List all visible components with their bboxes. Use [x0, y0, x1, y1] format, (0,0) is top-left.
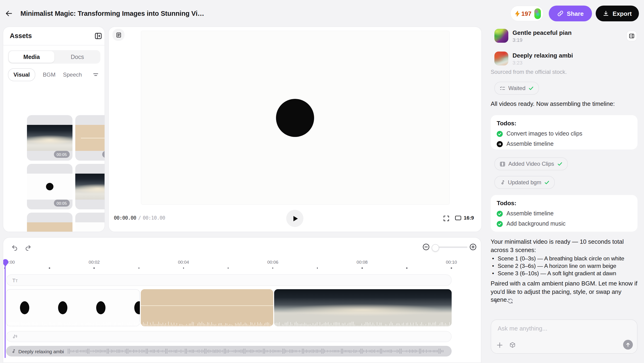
aspect-ratio-label: 16:9 [464, 215, 474, 221]
todos-heading: Todos: [497, 200, 632, 207]
asset-thumbnail[interactable]: 00:05 [27, 164, 72, 209]
play-button[interactable] [286, 210, 304, 227]
music-track-item[interactable]: Deeply relaxing ambi 3:23 [491, 48, 638, 69]
asset-thumbnail[interactable] [75, 164, 105, 209]
chip-label: Updated bgm [508, 179, 541, 186]
credits-count: 197 [521, 10, 531, 17]
regenerate-icon[interactable] [508, 298, 514, 304]
assistant-status-text: All videos ready. Now assembling the tim… [491, 100, 615, 107]
arrow-circle-icon [497, 141, 503, 147]
thumbnail-black-circle [27, 174, 72, 200]
chat-input-box[interactable] [491, 319, 638, 354]
check-circle-icon [497, 211, 503, 217]
speech-track[interactable] [6, 331, 452, 342]
thumbnail-black-circle [75, 222, 105, 232]
send-button[interactable] [623, 340, 633, 350]
audio-clip[interactable]: Deeply relaxing ambi [6, 346, 452, 357]
chat-input-field[interactable] [497, 324, 629, 340]
track-duration: 3:23 [512, 60, 573, 65]
filter-speech[interactable]: Speech [63, 71, 82, 78]
todo-label: Assemble timeline [506, 210, 554, 217]
quick-action-bolt-icon[interactable] [494, 298, 498, 304]
asset-thumbnail[interactable] [75, 213, 105, 232]
script-notes-icon[interactable] [112, 29, 124, 41]
todo-item: Convert images to video clips [497, 130, 632, 137]
updated-bgm-chip[interactable]: Updated bgm [494, 176, 555, 189]
filter-visual[interactable]: Visual [8, 68, 35, 81]
model-cube-icon[interactable] [509, 342, 516, 348]
timeline-clip-horizon[interactable] [274, 289, 452, 326]
todo-item: Add background music [497, 221, 632, 227]
ruler-label: 00:02 [89, 260, 100, 265]
zoom-slider-thumb[interactable] [432, 244, 439, 251]
asset-thumbnail[interactable]: 00:05 [75, 115, 105, 161]
thumbnail-horizon-dawn [27, 125, 72, 151]
undo-icon[interactable] [11, 244, 18, 251]
zoom-out-icon[interactable] [422, 243, 430, 251]
clip-frame-circle [134, 301, 140, 314]
clip-frame-circle [96, 301, 105, 314]
waited-status-chip[interactable]: Waited [494, 82, 539, 95]
added-video-clips-chip[interactable]: Added Video Clips [494, 157, 568, 170]
black-circle-graphic [276, 99, 314, 137]
check-circle-icon [497, 131, 503, 137]
asset-thumbnail[interactable]: 00:05 [27, 115, 72, 161]
assets-panel: Assets Media Docs Visual BGM Speech 00:0… [3, 26, 105, 232]
export-button[interactable]: Export [596, 5, 639, 21]
todos-heading: Todos: [497, 120, 632, 127]
share-button[interactable]: Share [549, 5, 592, 21]
app: Minimalist Magic: Transforming Images in… [0, 0, 644, 363]
share-label: Share [567, 10, 584, 17]
topbar: Minimalist Magic: Transforming Images in… [0, 0, 644, 26]
todo-item: Assemble timeline [497, 210, 632, 217]
check-circle-icon [497, 221, 503, 227]
fullscreen-icon[interactable] [443, 215, 450, 222]
aspect-ratio-control[interactable]: 16:9 [455, 215, 474, 221]
track-title: Gentle peaceful pian [512, 29, 572, 36]
timeline-clip-circle[interactable] [6, 289, 140, 326]
time-separator: / [138, 215, 141, 221]
time-display: 00:00.00 / 00:10.00 [114, 215, 165, 221]
scene-list: Scene 1 (0–3s) — A breathing black circl… [491, 255, 642, 277]
project-title: Minimalist Magic: Transforming Images in… [20, 10, 204, 17]
back-button[interactable] [5, 9, 13, 18]
assets-filters: Visual BGM Speech [8, 69, 101, 81]
avatar[interactable] [534, 8, 541, 19]
todo-label: Add background music [506, 221, 566, 227]
aspect-ratio-icon [455, 215, 462, 220]
thumbnail-beige-horizon [75, 125, 105, 151]
filter-bgm[interactable]: BGM [43, 71, 56, 78]
current-time: 00:00.00 [114, 215, 136, 221]
playhead-handle[interactable] [3, 259, 8, 267]
redo-icon[interactable] [25, 244, 32, 251]
timeline-clip-beige[interactable] [140, 289, 273, 326]
asset-thumbnail[interactable] [27, 213, 72, 232]
text-track[interactable]: TT [6, 274, 452, 286]
video-canvas[interactable] [141, 31, 449, 204]
preview-panel: 00:00.00 / 00:10.00 16:9 [108, 26, 482, 232]
chip-label: Waited [508, 85, 526, 91]
assistant-summary: Your minimalist video is ready — 10 seco… [491, 238, 640, 254]
attach-plus-icon[interactable] [496, 342, 503, 349]
assets-tabs: Media Docs [8, 50, 100, 64]
zoom-in-icon[interactable] [469, 243, 477, 251]
collapse-panel-icon[interactable] [94, 32, 102, 40]
clip-frame-circle [58, 301, 67, 314]
tab-docs[interactable]: Docs [54, 50, 100, 64]
playhead-line[interactable] [5, 265, 6, 358]
tab-media[interactable]: Media [9, 51, 54, 63]
download-icon [603, 10, 610, 17]
expand-panel-icon[interactable] [626, 31, 637, 41]
sourced-note: Sourced from the official stock. [491, 69, 567, 75]
scene-item: Scene 1 (0–3s) — A breathing black circl… [491, 255, 642, 262]
zoom-slider[interactable] [432, 247, 468, 248]
todos-card: Todos: Assemble timeline Add background … [491, 195, 638, 232]
album-art [494, 29, 508, 43]
credits-pill[interactable]: 197 [510, 5, 544, 21]
filter-icon[interactable] [92, 71, 99, 78]
ruler-label: 00:04 [178, 260, 189, 265]
scene-item: Scene 2 (3–6s) — A horizon line on warm … [491, 262, 642, 270]
todo-label: Convert images to video clips [506, 130, 582, 137]
album-art [494, 51, 508, 65]
music-track-item[interactable]: Gentle peaceful pian 3:19 [491, 25, 638, 46]
